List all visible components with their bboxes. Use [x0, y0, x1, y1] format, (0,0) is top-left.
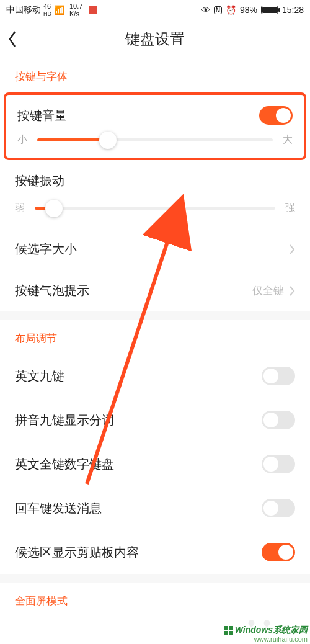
- section-keys-fonts-label: 按键与字体: [0, 58, 310, 92]
- layout-item-row: 候选区显示剪贴板内容: [0, 530, 310, 574]
- layout-item-label: 英文全键数字键盘: [15, 456, 114, 473]
- status-bar: 中国移动 46HD 📶 10.7K/s 👁 N ⏰ 98% 15:28: [0, 0, 310, 20]
- signal-type: 46HD: [43, 3, 51, 17]
- layout-item-label: 英文九键: [15, 368, 64, 385]
- carrier-label: 中国移动: [6, 4, 41, 16]
- recording-icon: [89, 6, 97, 14]
- key-volume-toggle[interactable]: [259, 106, 293, 125]
- eye-comfort-icon: 👁: [202, 5, 210, 15]
- svg-rect-5: [229, 631, 233, 635]
- vibration-max-label: 强: [283, 202, 295, 215]
- signal-icon: 📶: [54, 5, 64, 15]
- key-bubble-row[interactable]: 按键气泡提示 仅全键: [0, 270, 310, 311]
- candidate-size-row[interactable]: 候选字大小: [0, 228, 310, 270]
- chevron-right-icon: [289, 244, 295, 255]
- candidate-size-label: 候选字大小: [15, 241, 77, 257]
- svg-rect-4: [224, 631, 228, 635]
- layout-item-row: 英文全键数字键盘: [0, 442, 310, 486]
- layout-item-toggle[interactable]: [262, 455, 295, 473]
- header: 键盘设置: [0, 20, 310, 58]
- network-speed: 10.7K/s: [69, 2, 82, 17]
- svg-rect-3: [229, 626, 233, 630]
- volume-slider[interactable]: [37, 138, 273, 141]
- layout-item-toggle[interactable]: [262, 543, 295, 561]
- chevron-right-icon: [289, 285, 295, 297]
- volume-min-label: 小: [17, 133, 30, 146]
- key-volume-label: 按键音量: [17, 107, 67, 124]
- vibration-slider[interactable]: [35, 207, 275, 210]
- layout-item-row: 英文九键: [0, 354, 310, 398]
- battery-icon: [261, 6, 278, 14]
- battery-pct: 98%: [240, 5, 257, 15]
- key-bubble-value: 仅全键: [252, 284, 284, 298]
- section-layout-label: 布局调节: [0, 320, 310, 354]
- clock: 15:28: [282, 5, 304, 15]
- layout-item-row: 回车键发送消息: [0, 486, 310, 530]
- svg-rect-2: [224, 626, 228, 630]
- key-bubble-label: 按键气泡提示: [15, 282, 89, 299]
- nfc-icon: N: [214, 6, 222, 14]
- layout-item-label: 回车键发送消息: [15, 500, 102, 517]
- page-title: 键盘设置: [125, 29, 185, 49]
- layout-item-label: 拼音九键显示分词: [15, 412, 114, 429]
- alarm-icon: ⏰: [226, 5, 236, 15]
- layout-item-row: 拼音九键显示分词: [0, 398, 310, 442]
- layout-item-toggle[interactable]: [262, 499, 295, 517]
- layout-item-toggle[interactable]: [262, 411, 295, 429]
- volume-max-label: 大: [280, 133, 293, 146]
- key-vibration-label: 按键振动: [15, 172, 64, 189]
- back-button[interactable]: [7, 27, 32, 51]
- vibration-min-label: 弱: [15, 202, 27, 215]
- layout-item-label: 候选区显示剪贴板内容: [15, 544, 139, 561]
- watermark: Windows系统家园 www.ruihaifu.com: [224, 625, 308, 643]
- highlighted-volume-box: 按键音量 小 大: [4, 92, 306, 160]
- layout-item-toggle[interactable]: [262, 367, 295, 385]
